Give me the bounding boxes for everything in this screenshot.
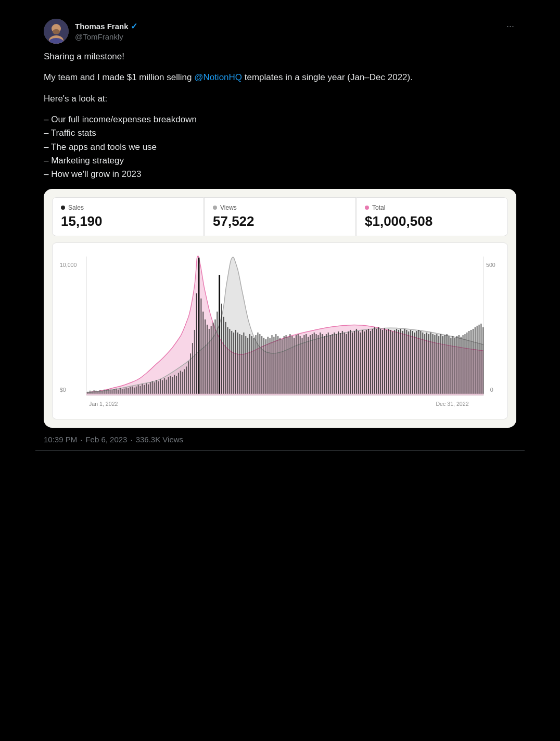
svg-rect-162 <box>386 330 387 394</box>
svg-rect-119 <box>300 336 301 394</box>
avatar[interactable] <box>44 19 69 44</box>
svg-rect-17 <box>94 390 95 393</box>
svg-rect-53 <box>166 379 167 393</box>
tweet-line2: My team and I made $1 million selling @N… <box>44 71 516 84</box>
svg-rect-66 <box>192 343 193 394</box>
svg-rect-132 <box>326 334 327 394</box>
svg-rect-168 <box>398 330 399 394</box>
tweet-header: Thomas Frank ✓ @TomFrankly ··· <box>44 19 516 44</box>
svg-rect-200 <box>463 335 464 394</box>
stat-label-total: Total <box>365 204 499 211</box>
svg-rect-175 <box>412 331 413 394</box>
svg-text:500: 500 <box>486 262 495 268</box>
svg-rect-192 <box>447 334 448 394</box>
svg-rect-164 <box>390 330 391 394</box>
svg-rect-142 <box>346 334 347 394</box>
svg-text:Jan 1, 2022: Jan 1, 2022 <box>89 400 118 406</box>
svg-rect-205 <box>473 329 474 394</box>
svg-rect-174 <box>410 330 411 394</box>
svg-rect-55 <box>170 376 171 393</box>
svg-rect-25 <box>110 389 111 393</box>
svg-rect-97 <box>256 335 257 394</box>
svg-rect-206 <box>475 327 476 394</box>
svg-rect-115 <box>291 336 292 394</box>
svg-text:$0: $0 <box>60 386 66 392</box>
svg-rect-49 <box>158 381 159 393</box>
svg-rect-83 <box>227 327 228 394</box>
svg-rect-54 <box>168 377 169 393</box>
svg-rect-27 <box>113 389 114 393</box>
list-item-2: – Traffic stats <box>44 128 96 138</box>
svg-rect-56 <box>172 377 173 393</box>
svg-rect-70 <box>200 298 201 393</box>
svg-rect-79 <box>214 320 215 394</box>
svg-rect-197 <box>456 336 457 394</box>
svg-rect-69 <box>198 258 200 394</box>
svg-rect-104 <box>270 338 271 394</box>
svg-rect-183 <box>428 334 429 394</box>
svg-rect-189 <box>440 334 441 394</box>
svg-rect-150 <box>362 330 363 394</box>
svg-rect-171 <box>404 329 405 394</box>
svg-rect-93 <box>247 338 248 394</box>
tweet-line2-post: templates in a single year (Jan–Dec 2022… <box>242 72 413 82</box>
svg-rect-127 <box>316 334 317 394</box>
svg-rect-149 <box>360 333 361 394</box>
svg-rect-62 <box>184 369 185 393</box>
svg-rect-152 <box>366 330 367 394</box>
svg-rect-139 <box>340 333 341 394</box>
svg-rect-87 <box>235 330 236 394</box>
svg-rect-207 <box>477 326 478 394</box>
svg-rect-85 <box>231 331 232 394</box>
svg-rect-86 <box>233 333 234 394</box>
svg-rect-146 <box>354 331 355 394</box>
stat-box-views: Views 57,522 <box>204 197 356 236</box>
svg-rect-172 <box>406 330 407 394</box>
stat-box-sales: Sales 15,190 <box>52 197 204 236</box>
tweet-line2-pre: My team and I made $1 million selling <box>44 72 194 82</box>
svg-rect-185 <box>432 334 434 394</box>
svg-rect-91 <box>243 333 244 394</box>
stats-row: Sales 15,190 Views 57,522 Total $1,000,5… <box>52 197 508 236</box>
svg-rect-191 <box>444 335 446 394</box>
svg-rect-138 <box>338 331 339 394</box>
svg-rect-99 <box>259 334 260 394</box>
svg-rect-190 <box>442 336 443 394</box>
svg-rect-76 <box>209 329 210 394</box>
svg-rect-203 <box>468 331 469 394</box>
sales-label: Sales <box>68 204 84 211</box>
svg-rect-126 <box>314 333 315 394</box>
tweet-body: Sharing a milestone! My team and I made … <box>44 50 516 182</box>
more-options-button[interactable]: ··· <box>504 19 516 34</box>
svg-rect-155 <box>372 329 373 394</box>
svg-rect-72 <box>205 320 206 394</box>
svg-rect-45 <box>150 382 151 393</box>
svg-rect-163 <box>388 329 389 394</box>
svg-rect-103 <box>268 337 269 394</box>
svg-rect-94 <box>249 334 250 394</box>
svg-rect-208 <box>479 325 480 394</box>
svg-rect-121 <box>303 335 304 394</box>
svg-rect-48 <box>156 380 157 393</box>
svg-rect-88 <box>237 333 238 394</box>
svg-rect-22 <box>104 389 105 393</box>
svg-rect-179 <box>420 331 421 394</box>
svg-rect-169 <box>400 329 401 394</box>
svg-rect-74 <box>221 303 222 393</box>
svg-rect-193 <box>449 336 450 394</box>
svg-rect-38 <box>136 386 137 393</box>
svg-rect-140 <box>342 331 343 394</box>
tweet-views: 336.3K Views <box>136 435 183 444</box>
list-item-5: – How we'll grow in 2023 <box>44 169 142 179</box>
svg-rect-43 <box>146 383 147 393</box>
svg-rect-110 <box>282 339 283 394</box>
total-dot <box>365 206 369 210</box>
svg-rect-195 <box>452 336 453 394</box>
notion-mention[interactable]: @NotionHQ <box>194 72 242 82</box>
tweet-date: Feb 6, 2023 <box>85 435 127 444</box>
svg-rect-130 <box>322 334 323 394</box>
svg-rect-23 <box>106 390 107 393</box>
svg-rect-105 <box>272 335 273 394</box>
author-name: Thomas Frank <box>75 22 129 31</box>
svg-rect-188 <box>438 336 439 394</box>
